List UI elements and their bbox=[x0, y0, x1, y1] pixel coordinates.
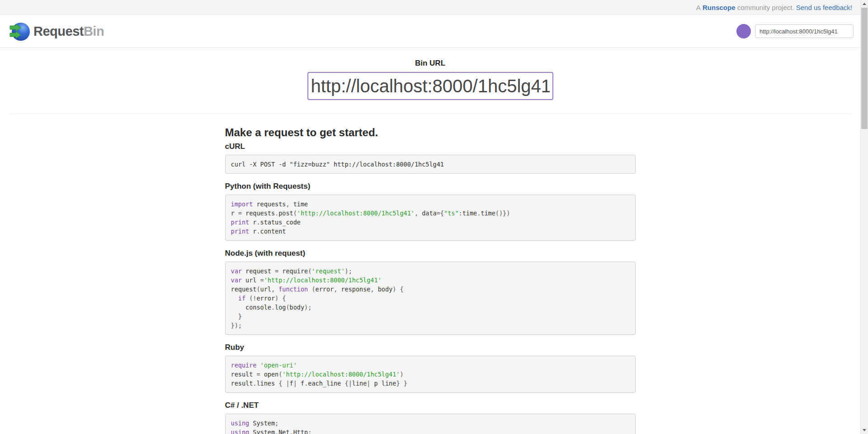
code-token: | bbox=[293, 380, 297, 387]
code-token: result bbox=[231, 371, 257, 378]
header-bin-url-input[interactable] bbox=[755, 24, 854, 38]
code-token: require bbox=[231, 362, 257, 369]
code-token: lines bbox=[256, 380, 278, 387]
code-token: line bbox=[352, 380, 367, 387]
code-token: url bbox=[260, 286, 271, 293]
code-token bbox=[231, 295, 238, 302]
code-token: = bbox=[260, 277, 264, 284]
code-token: ()}) bbox=[495, 210, 510, 217]
code-token: var bbox=[231, 277, 242, 284]
code-token: curl -X POST -d "fizz=buzz" http://local… bbox=[231, 161, 444, 168]
code-token: } bbox=[238, 313, 242, 320]
code-token: using bbox=[231, 420, 250, 427]
code-token: ( bbox=[293, 210, 297, 217]
code-token: body bbox=[374, 286, 393, 293]
code-token: if bbox=[238, 295, 245, 302]
requestbin-logo-icon bbox=[9, 21, 30, 42]
community-note-suffix: community project. bbox=[737, 4, 794, 11]
code-block: import requests, time r = requests.post(… bbox=[225, 195, 636, 241]
topbar: A Runscope community project. Send us fe… bbox=[0, 0, 860, 15]
code-token: , bbox=[370, 286, 374, 293]
code-token: Http bbox=[293, 429, 308, 434]
brand-home-link[interactable]: RequestBin bbox=[9, 21, 104, 42]
code-token: 'request' bbox=[311, 267, 344, 275]
code-token: request bbox=[231, 286, 257, 293]
code-token: ) { bbox=[392, 286, 403, 293]
code-token: using bbox=[231, 429, 250, 434]
code-token: requests bbox=[253, 200, 286, 208]
code-token: } } bbox=[396, 380, 407, 387]
runscope-link[interactable]: Runscope bbox=[703, 4, 736, 11]
code-token: time bbox=[290, 200, 308, 208]
code-token: 'open-uri' bbox=[260, 362, 297, 369]
code-token: f bbox=[297, 380, 304, 387]
code-token: , bbox=[271, 286, 275, 293]
scroll-down-arrow-icon bbox=[863, 429, 866, 431]
code-token bbox=[231, 313, 238, 320]
code-token: , bbox=[415, 210, 418, 217]
scroll-down-button[interactable] bbox=[861, 426, 868, 434]
code-block: var request = require('request'); var ur… bbox=[225, 262, 636, 335]
code-token: . bbox=[256, 228, 260, 235]
scrollbar[interactable] bbox=[860, 0, 868, 434]
code-token: System bbox=[249, 420, 275, 427]
code-token: ); bbox=[304, 304, 311, 311]
code-token: result bbox=[231, 380, 253, 387]
scroll-up-button[interactable] bbox=[861, 0, 868, 8]
code-token: . bbox=[256, 219, 260, 226]
bin-url-input-large[interactable] bbox=[307, 72, 553, 100]
code-token: : bbox=[459, 210, 462, 217]
section-heading: cURL bbox=[225, 142, 636, 151]
code-token: post bbox=[278, 210, 293, 217]
scroll-thumb[interactable] bbox=[861, 8, 868, 129]
code-token: ; bbox=[275, 420, 278, 427]
code-token: ( bbox=[256, 286, 260, 293]
code-token: r bbox=[249, 228, 256, 235]
code-token bbox=[245, 295, 249, 302]
code-token: . bbox=[275, 210, 278, 217]
code-token: p line bbox=[370, 380, 396, 387]
code-token: log bbox=[275, 304, 286, 311]
scroll-up-arrow-icon bbox=[863, 3, 866, 5]
main-content: Make a request to get started. cURLcurl … bbox=[225, 127, 636, 434]
code-token: each_line bbox=[308, 380, 344, 387]
code-token: requests bbox=[242, 210, 275, 217]
code-block: curl -X POST -d "fizz=buzz" http://local… bbox=[225, 155, 636, 174]
code-token: console bbox=[231, 304, 271, 311]
code-sections: cURLcurl -X POST -d "fizz=buzz" http://l… bbox=[225, 142, 636, 434]
code-token: "ts" bbox=[444, 210, 459, 217]
code-token: open bbox=[260, 371, 279, 378]
code-block: require 'open-uri' result = open('http:/… bbox=[225, 356, 636, 393]
code-token: error bbox=[316, 286, 334, 293]
code-token: }); bbox=[231, 322, 242, 329]
code-token: time bbox=[481, 210, 495, 217]
code-token: function bbox=[278, 286, 308, 293]
header-right bbox=[736, 24, 854, 38]
code-token: r bbox=[231, 210, 238, 217]
code-token: ={ bbox=[437, 210, 444, 217]
code-token: request bbox=[242, 267, 275, 275]
brand-title-request: Request bbox=[33, 24, 84, 38]
code-token bbox=[275, 286, 278, 293]
code-token: 'http://localhost:8000/1hc5lg41' bbox=[264, 277, 382, 284]
code-token: r bbox=[249, 219, 256, 226]
code-token: print bbox=[231, 228, 250, 235]
code-token: , bbox=[286, 200, 289, 208]
code-token: ( bbox=[311, 286, 315, 293]
code-token: Net bbox=[278, 429, 289, 434]
code-token: error bbox=[256, 295, 275, 302]
section-heading: Node.js (with request) bbox=[225, 249, 636, 258]
code-token: = bbox=[275, 267, 278, 275]
code-token: response bbox=[337, 286, 370, 293]
divider bbox=[9, 114, 851, 114]
code-token: = bbox=[256, 371, 260, 378]
code-token: import bbox=[231, 200, 253, 208]
bin-color-dot bbox=[736, 24, 751, 38]
feedback-link[interactable]: Send us feedback! bbox=[796, 4, 852, 11]
code-token: {| bbox=[345, 380, 352, 387]
section-heading: C# / .NET bbox=[225, 401, 636, 410]
code-token: data bbox=[418, 210, 437, 217]
code-token bbox=[256, 362, 260, 369]
bin-url-label: Bin URL bbox=[0, 59, 860, 67]
brand-title: RequestBin bbox=[33, 24, 104, 39]
